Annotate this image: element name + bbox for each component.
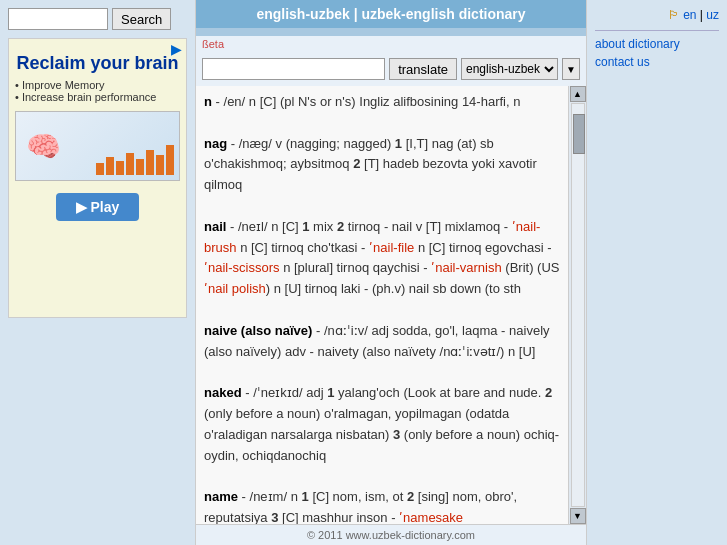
entry-word-naked: naked [204,385,242,400]
ad-image: 🧠 [15,111,180,181]
chart-bars [96,145,174,175]
entry-text-naked: - /ˈneɪkɪd/ adj 1 yalang'och (Look at ba… [204,385,559,462]
search-bar: Search [8,8,187,30]
entry-text-nag: - /næg/ v (nagging; nagged) 1 [I,T] nag … [204,136,537,193]
left-sidebar: Search ▶ Reclaim your brain • Improve Me… [0,0,195,545]
scroll-track[interactable] [571,103,585,507]
scroll-up-button[interactable]: ▲ [570,86,586,102]
main-area: english-uzbek | uzbek-english dictionary… [195,0,587,545]
chart-bar [166,145,174,175]
entry-word-nag: nag [204,136,227,151]
sidebar-divider [595,30,719,31]
ad-play-button[interactable]: ▶ Play [56,193,140,221]
entry-word-naive: naive (also naïve) [204,323,312,338]
chart-bar [126,153,134,175]
translate-input[interactable] [202,58,385,80]
lang-links: 🏳 en | uz [595,8,719,22]
ad-title: Reclaim your brain [15,53,180,75]
entry-word-nail: nail [204,219,226,234]
dict-content-wrapper: n - /en/ n [C] (pl N's or n's) Ingliz al… [196,86,586,524]
dict-header: english-uzbek | uzbek-english dictionary [196,0,586,28]
entry-word-n: n [204,94,212,109]
dict-subheader [196,28,586,36]
chart-bar [136,159,144,175]
ad-bullet1: • Improve Memory [15,79,180,91]
brain-icon: 🧠 [26,129,61,162]
chart-bar [96,163,104,175]
entry-text-name: - /neɪm/ n 1 [C] nom, ism, ot 2 [sing] n… [204,489,517,524]
contact-link[interactable]: contact us [595,55,719,69]
beta-bar: ßeta [196,36,586,52]
lang-en-link[interactable]: en [683,8,696,22]
translate-bar: translate english-uzbek ▼ [196,52,586,86]
lang-uz-link[interactable]: uz [706,8,719,22]
scroll-thumb[interactable] [573,114,585,154]
about-link[interactable]: about dictionary [595,37,719,51]
chart-bar [106,157,114,175]
scroll-down-button[interactable]: ▼ [570,508,586,524]
search-button[interactable]: Search [112,8,171,30]
ad-bullet2: • Increase brain performance [15,91,180,103]
dict-content[interactable]: n - /en/ n [C] (pl N's or n's) Ingliz al… [196,86,568,524]
flag-icon: 🏳 [668,8,680,22]
ad-arrow-icon: ▶ [171,41,182,57]
translate-button[interactable]: translate [389,58,457,80]
dict-footer: © 2011 www.uzbek-dictionary.com [196,524,586,545]
entry-text-n: - /en/ n [C] (pl N's or n's) Ingliz alif… [212,94,520,109]
lang-arrow-button[interactable]: ▼ [562,58,580,80]
scrollbar[interactable]: ▲ ▼ [568,86,586,524]
ad-area: ▶ Reclaim your brain • Improve Memory • … [8,38,187,318]
entry-text-nail: - /neɪl/ n [C] 1 mix 2 tirnoq - nail v [… [204,219,560,296]
right-sidebar: 🏳 en | uz about dictionary contact us [587,0,727,545]
entry-word-name: name [204,489,238,504]
search-input[interactable] [8,8,108,30]
chart-bar [156,155,164,175]
lang-separator: | [700,8,703,22]
chart-bar [116,161,124,175]
lang-select[interactable]: english-uzbek [461,58,558,80]
chart-bar [146,150,154,175]
